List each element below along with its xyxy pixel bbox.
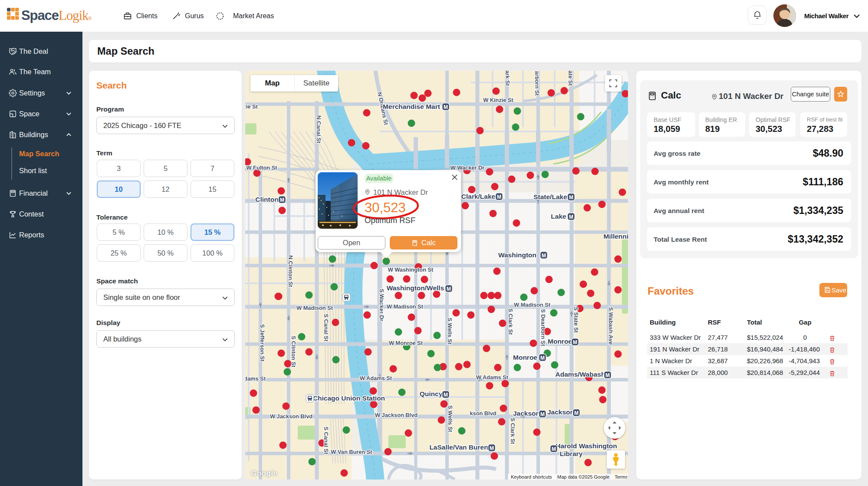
svg-text:S Jefferson St: S Jefferson St [259, 324, 266, 362]
svg-text:Washington/Wells: Washington/Wells [387, 284, 444, 292]
svg-text:W Adams St: W Adams St [360, 375, 392, 381]
svg-text:M: M [447, 286, 451, 292]
svg-text:W Adams St: W Adams St [476, 374, 509, 381]
svg-text:Quincy: Quincy [420, 390, 443, 397]
svg-text:State/Lake: State/Lake [533, 193, 567, 200]
svg-text:M: M [569, 194, 573, 200]
svg-text:W Washington St: W Washington St [388, 266, 434, 273]
svg-text:W Fulton St: W Fulton St [246, 164, 277, 171]
svg-text:Washington: Washington [498, 251, 536, 259]
svg-text:M: M [573, 339, 577, 345]
svg-text:S Wells St: S Wells St [447, 405, 454, 432]
svg-text:Clinton: Clinton [255, 196, 278, 203]
svg-text:W Madison St: W Madison St [514, 302, 551, 308]
svg-text:M: M [552, 446, 556, 452]
svg-text:W Madison St: W Madison St [296, 305, 333, 311]
svg-text:ark St: ark St [504, 71, 511, 86]
svg-text:S Canal St: S Canal St [323, 314, 329, 342]
svg-text:Library: Library [560, 450, 583, 457]
svg-text:M: M [542, 253, 546, 259]
svg-text:M: M [280, 197, 284, 203]
svg-text:M: M [540, 355, 545, 361]
svg-text:S Dearborn St: S Dearborn St [540, 309, 546, 346]
svg-text:W Kinzie St: W Kinzie St [483, 97, 513, 103]
svg-text:Merchandise Mart: Merchandise Mart [383, 103, 440, 110]
svg-text:S Canal St: S Canal St [323, 427, 329, 454]
svg-text:W Monroe St: W Monroe St [389, 340, 423, 346]
svg-text:M: M [490, 445, 494, 451]
svg-text:W Van Buren St: W Van Buren St [331, 449, 372, 455]
svg-text:Clark/Lake: Clark/Lake [461, 193, 496, 200]
svg-text:Millenniu: Millenniu [603, 233, 628, 240]
svg-text:M: M [444, 392, 448, 398]
svg-text:S Wells St: S Wells St [447, 318, 453, 345]
svg-text:Chicago Union Station: Chicago Union Station [313, 394, 385, 402]
svg-text:M: M [569, 214, 573, 220]
svg-text:W Jackson Blvd: W Jackson Blvd [270, 413, 312, 420]
svg-text:W Madison St: W Madison St [387, 303, 424, 310]
svg-text:Lake: Lake [551, 213, 566, 220]
svg-text:Adams/Wabash: Adams/Wabash [556, 371, 605, 378]
svg-text:N Clinton St: N Clinton St [287, 255, 294, 287]
svg-text:M: M [605, 372, 610, 378]
svg-text:S Clark St: S Clark St [510, 418, 516, 444]
svg-text:S Clinton St: S Clinton St [290, 336, 297, 368]
svg-text:M: M [540, 411, 545, 417]
svg-text:dams St: dams St [245, 375, 266, 382]
svg-text:Harold Washington: Harold Washington [556, 442, 617, 450]
svg-text:arborn St: arborn St [534, 71, 540, 96]
svg-text:M: M [444, 104, 448, 110]
svg-text:ate St: ate St [567, 71, 574, 86]
svg-text:S State St: S State St [573, 307, 579, 333]
svg-text:kson Blvd: kson Blvd [470, 410, 496, 417]
svg-text:Jackson: Jackson [547, 408, 574, 416]
svg-text:W Jackson Blvd: W Jackson Blvd [375, 412, 418, 418]
svg-text:S Clark St: S Clark St [507, 309, 514, 335]
svg-text:LaSalle/Van Buren: LaSalle/Van Buren [429, 443, 488, 451]
svg-text:Monroe: Monroe [548, 338, 572, 345]
svg-text:zie St: zie St [245, 103, 258, 110]
svg-text:M: M [574, 410, 579, 416]
svg-text:S Wacker Dr: S Wacker Dr [378, 289, 385, 322]
svg-text:Jackson: Jackson [513, 410, 540, 417]
svg-text:S Wabash Ave: S Wabash Ave [608, 307, 614, 345]
svg-text:N Canal St: N Canal St [316, 115, 322, 144]
svg-text:M: M [497, 194, 501, 200]
svg-text:Monroe: Monroe [513, 354, 537, 361]
